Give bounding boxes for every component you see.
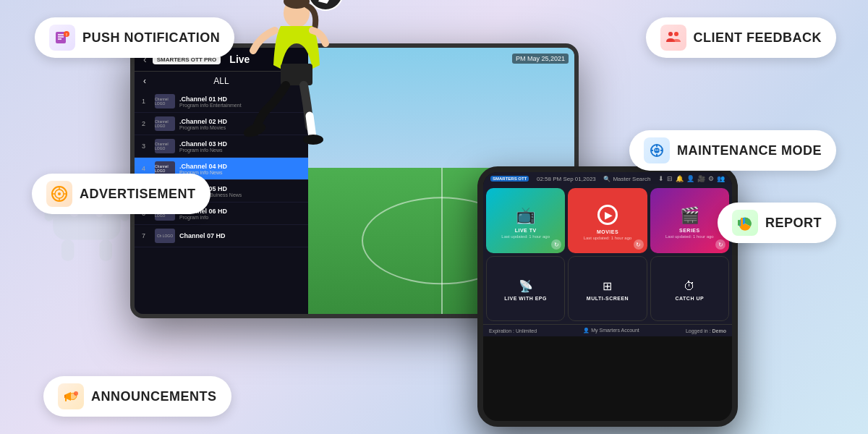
users-icon[interactable]: 👥: [717, 175, 725, 182]
person-icon[interactable]: 👤: [686, 175, 694, 182]
phone-status-bar: SMARTERS OTT 02:58 PM Sep 01,2023 🔍 Mast…: [483, 172, 732, 185]
movies-tile[interactable]: ▶ MOVIES Last updated: 1 hour ago ↻: [568, 188, 647, 253]
expiration-text: Expiration : Unlimited: [489, 328, 537, 333]
advertisement-badge[interactable]: ADVERTISEMENT: [32, 174, 210, 214]
multiscreen-tile[interactable]: ⊞ MULTI-SCREEN: [568, 256, 647, 321]
phone-logo: SMARTERS OTT: [490, 176, 529, 182]
channel-logo: Channel LOGO: [155, 116, 175, 131]
refresh-icon[interactable]: ↻: [551, 239, 561, 250]
svg-point-23: [58, 192, 61, 195]
svg-point-39: [656, 148, 658, 150]
video-icon[interactable]: 🎥: [697, 175, 705, 182]
channel-logo: Ch LOGO: [155, 229, 175, 243]
account-text: 👤 My Smarters Account: [583, 328, 639, 333]
maintenance-icon: [644, 137, 670, 163]
svg-rect-42: [741, 218, 743, 226]
svg-text:!: !: [66, 33, 67, 37]
live-tv-tile[interactable]: 📺 LIVE TV Last updated: 1 hour ago ↻: [486, 188, 565, 253]
svg-point-31: [668, 32, 673, 36]
report-badge[interactable]: REPORT: [718, 203, 836, 243]
epg-icon: 📡: [519, 279, 533, 293]
svg-point-32: [674, 32, 678, 36]
live-tv-update: Last updated: 1 hour ago: [501, 234, 550, 239]
refresh-icon[interactable]: ↻: [715, 239, 726, 250]
channel-logo: Channel LOGO: [155, 139, 175, 153]
announcements-badge[interactable]: ANNOUNCEMENTS: [43, 376, 231, 417]
phone-screen: SMARTERS OTT 02:58 PM Sep 01,2023 🔍 Mast…: [477, 166, 738, 427]
advertisement-icon: [46, 181, 72, 207]
epg-tile[interactable]: 📡 LIVE WITH EPG: [486, 256, 565, 321]
advertisement-label: ADVERTISEMENT: [80, 187, 196, 202]
svg-rect-41: [738, 220, 740, 226]
client-feedback-icon: [660, 25, 686, 51]
push-notification-badge[interactable]: ! PUSH NOTIFICATION: [35, 17, 234, 58]
push-notification-label: PUSH NOTIFICATION: [82, 30, 220, 46]
multiscreen-icon: ⊞: [603, 279, 612, 293]
channel-info: .Channel 01 HD Program info Entertainmen…: [179, 95, 301, 108]
refresh-icon[interactable]: ↻: [634, 239, 644, 250]
catchup-tile[interactable]: ⏱ CATCH UP: [650, 256, 729, 321]
phone-content-grid: 📺 LIVE TV Last updated: 1 hour ago ↻ ▶ M…: [483, 185, 732, 324]
table-row[interactable]: 7 Ch LOGO Channel 07 HD: [135, 225, 308, 247]
card-icon[interactable]: ⊟: [667, 175, 673, 182]
maintenance-mode-badge[interactable]: MAINTENANCE MODE: [629, 130, 836, 171]
svg-point-10: [284, 0, 310, 27]
movies-label: MOVIES: [597, 229, 618, 234]
table-row[interactable]: 1 Channel LOGO .Channel 01 HD Program in…: [135, 90, 308, 113]
client-feedback-label: CLIENT FEEDBACK: [694, 30, 822, 46]
svg-point-9: [308, 0, 343, 10]
phone-time: 02:58 PM Sep 01,2023: [537, 176, 596, 182]
svg-point-30: [74, 391, 78, 396]
phone-footer: Expiration : Unlimited 👤 My Smarters Acc…: [483, 324, 732, 336]
report-label: REPORT: [765, 216, 822, 231]
logged-in-text: Logged in : Demo: [686, 328, 726, 333]
series-update: Last updated: 1 hour ago: [665, 234, 714, 239]
series-label: SERIES: [679, 228, 700, 233]
catchup-label: CATCH UP: [676, 296, 705, 301]
client-feedback-badge[interactable]: CLIENT FEEDBACK: [646, 17, 837, 58]
report-icon: [732, 210, 758, 236]
live-tv-label: LIVE TV: [515, 228, 537, 233]
tv-live-label: Live: [229, 54, 250, 65]
channel-info: .Channel 04 HD Program info News: [179, 163, 301, 175]
bell-icon[interactable]: 🔔: [676, 175, 684, 182]
tv-icon: 📺: [516, 206, 535, 225]
tv-date: PM May 25,2021: [512, 54, 569, 64]
push-notification-icon: !: [49, 25, 75, 51]
announcements-icon: [58, 383, 84, 409]
movies-update: Last updated: 1 hour ago: [584, 236, 632, 240]
catchup-icon: ⏱: [684, 280, 695, 293]
channel-info: .Channel 03 HD Program info News: [179, 140, 301, 153]
settings-icon[interactable]: ⚙: [708, 175, 714, 182]
maintenance-mode-label: MAINTENANCE MODE: [677, 143, 822, 158]
svg-rect-5: [61, 240, 75, 261]
channel-info: .Channel 02 HD Program info Movies: [179, 118, 301, 130]
series-icon: 🎬: [680, 206, 699, 225]
multiscreen-label: MULTI-SCREEN: [587, 296, 629, 301]
epg-label: LIVE WITH EPG: [504, 296, 547, 301]
phone-search[interactable]: 🔍 Master Search: [603, 176, 650, 182]
channel-logo: Channel LOGO: [155, 94, 175, 109]
channel-info: Channel 07 HD: [179, 232, 301, 239]
svg-rect-6: [100, 240, 113, 261]
tv-channel-list: 1 Channel LOGO .Channel 01 HD Program in…: [135, 90, 308, 247]
svg-point-11: [284, 0, 310, 9]
play-icon: ▶: [597, 205, 618, 225]
table-row[interactable]: 3 Channel LOGO .Channel 03 HD Program in…: [135, 135, 308, 158]
tv-channel-filter: ‹ ALL ›: [135, 72, 308, 90]
download-icon[interactable]: ⬇: [658, 175, 664, 182]
table-row[interactable]: 2 Channel LOGO .Channel 02 HD Program in…: [135, 113, 308, 135]
announcements-label: ANNOUNCEMENTS: [91, 389, 217, 404]
phone-action-icons: ⬇ ⊟ 🔔 👤 🎥 ⚙ 👥: [658, 175, 725, 182]
